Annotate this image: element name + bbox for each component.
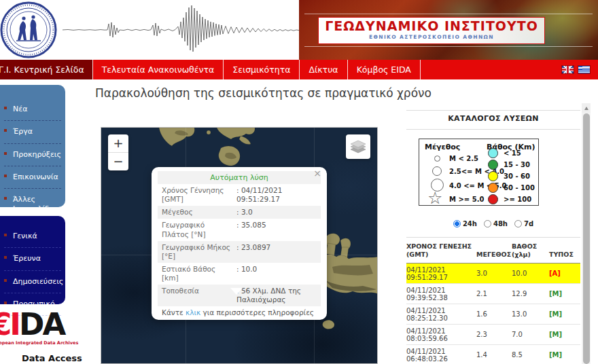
flag-uk-icon[interactable] bbox=[562, 66, 574, 73]
sidebar-item-news[interactable]: Νέα bbox=[4, 98, 61, 121]
scrollbar-thumb[interactable] bbox=[583, 113, 590, 364]
radio-icon bbox=[453, 220, 461, 228]
cell-depth: 12.9 bbox=[512, 290, 549, 297]
earthquake-popup: × Αυτόματη λύση Χρόνος Γέννησης [GMT] : … bbox=[152, 167, 327, 320]
col-header-depth: ΒΑΘΟΣ (χλμ) bbox=[512, 242, 549, 263]
page: ΓΕΩΔΥΝΑΜΙΚΟ ΙΝΣΤΙΤΟΥΤΟ ΕΘΝΙΚΟ ΑΣΤΕΡΟΣΚΟΠ… bbox=[0, 0, 598, 364]
depth-15-30-circle-icon bbox=[488, 160, 498, 170]
col-header-time: ΧΡΟΝΟΣ ΓΕΝΕΣΗΣ (GMT) bbox=[406, 242, 476, 263]
popup-title: Αυτόματη λύση bbox=[158, 171, 321, 184]
eida-logo[interactable]: €IDA European Integrated Data Archives D… bbox=[0, 309, 86, 363]
table-row[interactable]: 04/11/2021 09:51:29.17 3.0 10.0 [A] bbox=[406, 263, 580, 284]
radio-icon bbox=[514, 220, 522, 228]
sidebar-item-label: Επικοινωνία bbox=[13, 172, 58, 181]
nav-item-eida-node[interactable]: Κόμβος EIDA bbox=[347, 60, 421, 79]
institute-subtitle: ΕΘΝΙΚΟ ΑΣΤΕΡΟΣΚΟΠΕΙΟ ΑΘΗΝΩΝ bbox=[319, 34, 544, 40]
legend-label: 60 - 100 bbox=[504, 184, 535, 192]
cell-depth: 7.0 bbox=[512, 331, 549, 338]
table-row[interactable]: 04/11/2021 08:25:12.30 1.6 13.0 [M] bbox=[406, 304, 580, 325]
depth-gte100-circle-icon bbox=[488, 194, 498, 204]
sidebar-item-research[interactable]: Έρευνα bbox=[4, 248, 61, 270]
radio-24h[interactable]: 24h bbox=[453, 220, 477, 228]
popup-row-value: : 3.0 bbox=[234, 206, 321, 219]
seismicity-map[interactable]: + − × Αυτόματη λύση Χρόνος Γέννησης [GMT… bbox=[101, 127, 378, 364]
popup-row-value: : 04/11/2021 09:51:29.17 bbox=[234, 184, 321, 206]
language-switcher bbox=[562, 60, 598, 79]
sidebar-item-publications[interactable]: Δημοσιεύσεις bbox=[4, 271, 61, 293]
popup-row-value: : 10.0 bbox=[234, 263, 321, 285]
zoom-in-button[interactable]: + bbox=[108, 134, 128, 153]
page-title: Παρακολούθηση της σεισμικότητας σε πραγμ… bbox=[95, 86, 432, 100]
layers-button[interactable] bbox=[346, 134, 370, 159]
flag-greece-icon[interactable] bbox=[578, 66, 590, 73]
cell-magnitude: 1.6 bbox=[476, 310, 512, 318]
layers-icon bbox=[350, 139, 366, 154]
popup-pointer bbox=[230, 288, 243, 295]
magnitude-medium-circle-icon bbox=[432, 166, 442, 176]
sidebar-item-label: Έργα bbox=[13, 127, 33, 136]
zoom-out-button[interactable]: − bbox=[108, 153, 128, 170]
radio-48h[interactable]: 48h bbox=[484, 220, 508, 228]
banner-divider bbox=[304, 46, 593, 47]
institute-title: ΓΕΩΔΥΝΑΜΙΚΟ ΙΝΣΤΙΤΟΥΤΟ bbox=[319, 20, 544, 33]
sidebar-item-general[interactable]: Γενικά bbox=[4, 225, 61, 248]
scroll-up-icon bbox=[584, 107, 588, 110]
nav-item-home[interactable]: Γ.Ι. Κεντρική Σελίδα bbox=[0, 60, 92, 79]
bullet-icon bbox=[4, 107, 7, 109]
popup-footer-text: Κάντε bbox=[162, 308, 186, 316]
data-access-link[interactable]: Data Access bbox=[22, 353, 86, 363]
map-zoom-control: + − bbox=[108, 134, 128, 170]
nav-item-networks[interactable]: Δίκτυα bbox=[299, 60, 347, 79]
cell-depth: 10.0 bbox=[512, 270, 549, 277]
table-row[interactable]: 04/11/2021 08:03:59.66 2.3 7.0 [M] bbox=[406, 325, 580, 345]
legend-label: 15 - 30 bbox=[504, 161, 530, 168]
sidebar-box-general: Νέα Έργα Προκηρύξεις Επικοινωνία Άλλες Ι… bbox=[0, 85, 65, 207]
popup-row-label: Τοποθεσία bbox=[158, 285, 234, 306]
popup-row-depth: Εστιακό Βάθος [km] : 10.0 bbox=[158, 263, 321, 285]
nav-item-seismicity[interactable]: Σεισμικότητα bbox=[223, 60, 299, 79]
cell-type: [M] bbox=[549, 331, 580, 338]
eida-letters: €IDA bbox=[0, 309, 86, 340]
radio-7d[interactable]: 7d bbox=[514, 220, 533, 228]
popup-footer: Κάντε κλικ για περισσότερες πληροφορίες bbox=[158, 306, 321, 318]
depth-30-60-circle-icon bbox=[488, 171, 498, 181]
sidebar-item-calls[interactable]: Προκηρύξεις bbox=[4, 144, 61, 166]
popup-row-label: Γεωγραφικό Μήκος [°E] bbox=[158, 241, 234, 263]
bullet-icon bbox=[4, 234, 7, 236]
legend-label: >= 100 bbox=[504, 196, 531, 203]
cell-type: [M] bbox=[549, 290, 580, 297]
nav-item-announcements[interactable]: Τελευταία Ανακοινωθέντα bbox=[92, 60, 224, 79]
depth-lt15-circle-icon bbox=[488, 148, 498, 158]
cell-time: 04/11/2021 09:39:52.38 bbox=[406, 287, 476, 302]
table-row[interactable]: 04/11/2021 06:48:03.26 1.4 8.5 [M] bbox=[406, 345, 580, 364]
close-icon[interactable]: × bbox=[313, 168, 321, 179]
magnitude-star-icon: ☆ bbox=[427, 189, 442, 206]
col-header-text: (χλμ) bbox=[512, 251, 549, 259]
col-header-type: ΤΥΠΟΣ bbox=[549, 251, 580, 263]
cell-magnitude: 3.0 bbox=[476, 270, 512, 277]
popup-row-origin-time: Χρόνος Γέννησης [GMT] : 04/11/2021 09:51… bbox=[158, 184, 321, 206]
magnitude-small-circle-icon bbox=[434, 156, 440, 162]
cell-depth: 13.0 bbox=[512, 310, 549, 318]
depth-60-100-circle-icon bbox=[488, 183, 498, 193]
popup-row-label: Γεωγραφικό Πλάτος [°N] bbox=[158, 219, 234, 240]
more-info-link[interactable]: κλικ bbox=[186, 308, 200, 316]
sidebar-item-label: Έρευνα bbox=[13, 254, 41, 263]
popup-row-longitude: Γεωγραφικό Μήκος [°E] : 23.0897 bbox=[158, 241, 321, 263]
scroll-up-button[interactable] bbox=[582, 103, 591, 113]
scrollbar[interactable] bbox=[582, 103, 591, 364]
sidebar-item-contact[interactable]: Επικοινωνία bbox=[4, 166, 61, 189]
sidebar-item-label: Γενικά bbox=[13, 232, 37, 240]
radio-label: 7d bbox=[524, 220, 533, 228]
cell-type: [A] bbox=[549, 270, 580, 277]
popup-row-value: : 56 Χλμ. ΔΝΔ της Παλαιόχωρας bbox=[234, 285, 321, 306]
col-header-text: (GMT) bbox=[406, 251, 476, 259]
table-row[interactable]: 04/11/2021 09:39:52.38 2.1 12.9 [M] bbox=[406, 284, 580, 304]
sidebar-item-projects[interactable]: Έργα bbox=[4, 121, 61, 143]
earthquake-table: ΧΡΟΝΟΣ ΓΕΝΕΣΗΣ (GMT) ΜΕΓΕΘΟΣ ΒΑΘΟΣ (χλμ)… bbox=[406, 240, 580, 364]
main-navigation: Γ.Ι. Κεντρική Σελίδα Τελευταία Ανακοινωθ… bbox=[0, 60, 598, 79]
panel-divider bbox=[406, 237, 580, 238]
banner-divider bbox=[304, 14, 593, 14]
cell-magnitude: 1.4 bbox=[476, 351, 512, 359]
legend-magnitude-title: Μέγεθος bbox=[425, 143, 460, 151]
